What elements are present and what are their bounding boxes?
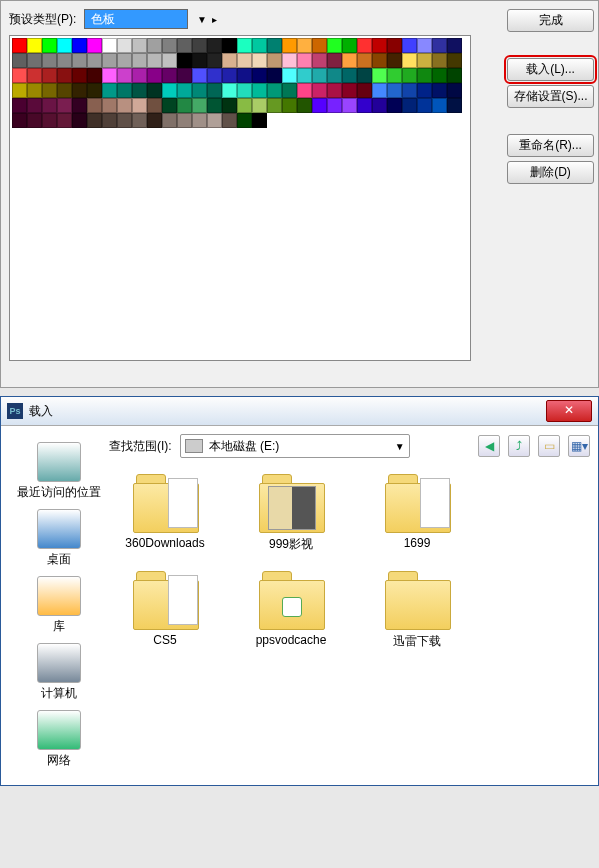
- color-swatch[interactable]: [222, 83, 237, 98]
- color-swatch[interactable]: [177, 53, 192, 68]
- color-swatch[interactable]: [417, 68, 432, 83]
- color-swatch[interactable]: [252, 53, 267, 68]
- color-swatch[interactable]: [207, 98, 222, 113]
- file-item[interactable]: CS5: [115, 571, 215, 650]
- color-swatch[interactable]: [432, 53, 447, 68]
- color-swatch[interactable]: [282, 83, 297, 98]
- color-swatch[interactable]: [57, 38, 72, 53]
- color-swatch[interactable]: [252, 38, 267, 53]
- color-swatch[interactable]: [42, 113, 57, 128]
- color-swatch[interactable]: [12, 83, 27, 98]
- color-swatch[interactable]: [447, 68, 462, 83]
- back-icon[interactable]: ◀: [478, 435, 500, 457]
- color-swatch[interactable]: [297, 68, 312, 83]
- color-swatch[interactable]: [147, 113, 162, 128]
- color-swatch[interactable]: [342, 38, 357, 53]
- color-swatch[interactable]: [57, 113, 72, 128]
- color-swatch[interactable]: [342, 83, 357, 98]
- color-swatch[interactable]: [117, 38, 132, 53]
- color-swatch[interactable]: [87, 38, 102, 53]
- sidebar-item-desktop[interactable]: 桌面: [9, 509, 109, 568]
- color-swatch[interactable]: [387, 68, 402, 83]
- color-swatch[interactable]: [222, 98, 237, 113]
- view-menu-icon[interactable]: ▦▾: [568, 435, 590, 457]
- color-swatch[interactable]: [162, 68, 177, 83]
- color-swatch[interactable]: [297, 98, 312, 113]
- color-swatch[interactable]: [192, 98, 207, 113]
- color-swatch[interactable]: [177, 38, 192, 53]
- color-swatch[interactable]: [117, 98, 132, 113]
- color-swatch[interactable]: [72, 83, 87, 98]
- color-swatch[interactable]: [57, 53, 72, 68]
- color-swatch[interactable]: [387, 83, 402, 98]
- color-swatch[interactable]: [402, 83, 417, 98]
- color-swatch[interactable]: [297, 53, 312, 68]
- color-swatch[interactable]: [72, 68, 87, 83]
- color-swatch[interactable]: [57, 83, 72, 98]
- color-swatch[interactable]: [87, 83, 102, 98]
- dropdown-arrow-icon[interactable]: ▼: [197, 14, 207, 25]
- color-swatch[interactable]: [207, 53, 222, 68]
- color-swatch[interactable]: [312, 83, 327, 98]
- color-swatch[interactable]: [447, 53, 462, 68]
- color-swatch[interactable]: [282, 53, 297, 68]
- color-swatch[interactable]: [192, 53, 207, 68]
- color-swatch[interactable]: [162, 98, 177, 113]
- color-swatch[interactable]: [432, 98, 447, 113]
- color-swatch[interactable]: [177, 113, 192, 128]
- color-swatch[interactable]: [162, 38, 177, 53]
- color-swatch[interactable]: [177, 83, 192, 98]
- color-swatch[interactable]: [42, 53, 57, 68]
- color-swatch[interactable]: [312, 68, 327, 83]
- sidebar-item-network[interactable]: 网络: [9, 710, 109, 769]
- color-swatch[interactable]: [222, 113, 237, 128]
- color-swatch[interactable]: [27, 53, 42, 68]
- up-icon[interactable]: ⤴: [508, 435, 530, 457]
- color-swatch[interactable]: [432, 68, 447, 83]
- color-swatch[interactable]: [27, 98, 42, 113]
- color-swatch[interactable]: [327, 98, 342, 113]
- color-swatch[interactable]: [447, 98, 462, 113]
- color-swatch[interactable]: [72, 98, 87, 113]
- color-swatch[interactable]: [447, 38, 462, 53]
- color-swatch[interactable]: [117, 53, 132, 68]
- color-swatch[interactable]: [87, 98, 102, 113]
- color-swatch[interactable]: [132, 98, 147, 113]
- color-swatch[interactable]: [117, 83, 132, 98]
- file-item[interactable]: 360Downloads: [115, 474, 215, 553]
- color-swatch[interactable]: [132, 38, 147, 53]
- color-swatch[interactable]: [192, 68, 207, 83]
- color-swatch[interactable]: [57, 68, 72, 83]
- color-swatch[interactable]: [147, 38, 162, 53]
- color-swatch[interactable]: [12, 38, 27, 53]
- color-swatch[interactable]: [387, 38, 402, 53]
- color-swatch[interactable]: [162, 113, 177, 128]
- color-swatch[interactable]: [312, 98, 327, 113]
- color-swatch[interactable]: [117, 68, 132, 83]
- color-swatch[interactable]: [42, 68, 57, 83]
- color-swatch[interactable]: [237, 98, 252, 113]
- delete-button[interactable]: 删除(D): [507, 161, 594, 184]
- color-swatch[interactable]: [417, 38, 432, 53]
- color-swatch[interactable]: [27, 83, 42, 98]
- color-swatch[interactable]: [132, 68, 147, 83]
- color-swatch[interactable]: [177, 98, 192, 113]
- color-swatch[interactable]: [12, 68, 27, 83]
- color-swatch[interactable]: [102, 83, 117, 98]
- color-swatch[interactable]: [207, 38, 222, 53]
- color-swatch[interactable]: [342, 98, 357, 113]
- color-swatch[interactable]: [192, 38, 207, 53]
- new-folder-icon[interactable]: ▭: [538, 435, 560, 457]
- color-swatch[interactable]: [42, 83, 57, 98]
- color-swatch[interactable]: [342, 68, 357, 83]
- color-swatch[interactable]: [432, 83, 447, 98]
- color-swatch[interactable]: [267, 83, 282, 98]
- color-swatch[interactable]: [207, 83, 222, 98]
- color-swatch[interactable]: [12, 113, 27, 128]
- color-swatch[interactable]: [147, 68, 162, 83]
- color-swatch[interactable]: [237, 38, 252, 53]
- color-swatch[interactable]: [327, 38, 342, 53]
- color-swatch[interactable]: [72, 38, 87, 53]
- color-swatch[interactable]: [267, 98, 282, 113]
- lookin-combo[interactable]: 本地磁盘 (E:) ▼: [180, 434, 410, 458]
